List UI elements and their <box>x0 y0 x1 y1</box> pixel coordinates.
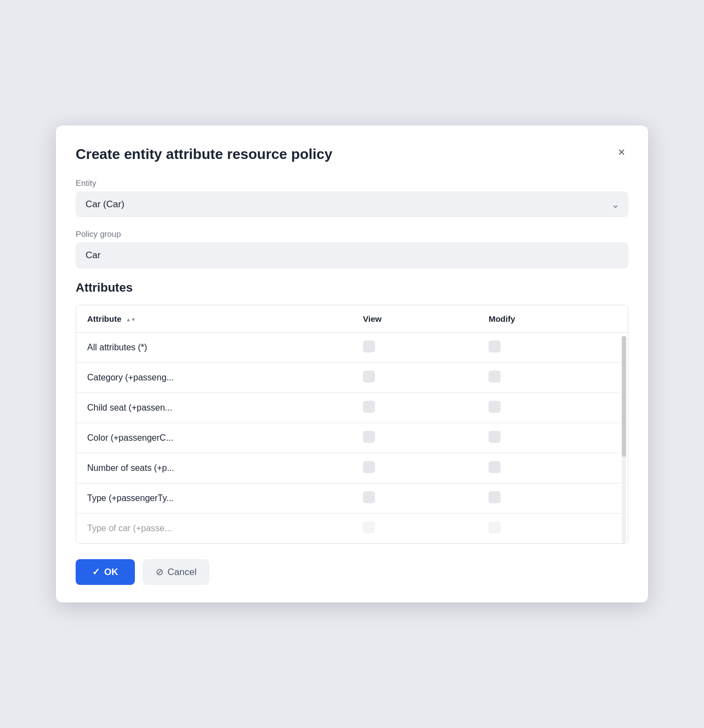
modify-cell <box>478 453 628 484</box>
close-button[interactable]: × <box>615 145 628 160</box>
modal-dialog: Create entity attribute resource policy … <box>56 126 648 603</box>
scrollbar-thumb[interactable] <box>622 336 626 457</box>
view-checkbox[interactable] <box>363 491 375 503</box>
modify-checkbox[interactable] <box>489 521 501 533</box>
modify-checkbox[interactable] <box>489 491 501 503</box>
entity-select[interactable]: Car (Car) <box>76 191 628 217</box>
table-row: Type of car (+passe... <box>76 514 628 544</box>
table-header-row: Attribute ▲▼ View Modify <box>76 305 628 333</box>
modal-footer: ✓ OK ⊘ Cancel <box>76 559 628 585</box>
cancel-icon: ⊘ <box>156 566 163 578</box>
modify-cell <box>478 363 628 393</box>
cancel-label: Cancel <box>168 567 197 578</box>
modify-checkbox[interactable] <box>489 401 501 413</box>
modify-cell <box>478 514 628 544</box>
scrollbar-track <box>622 336 626 543</box>
attributes-section-title: Attributes <box>76 281 628 295</box>
modify-cell <box>478 333 628 363</box>
attribute-cell: Number of seats (+p... <box>76 453 352 484</box>
attribute-cell: Type (+passengerTy... <box>76 484 352 514</box>
modify-cell <box>478 423 628 453</box>
entity-label: Entity <box>76 178 628 187</box>
table-row: Category (+passeng... <box>76 363 628 393</box>
view-checkbox[interactable] <box>363 340 375 352</box>
view-checkbox[interactable] <box>363 371 375 383</box>
attributes-table-container: Attribute ▲▼ View Modify All attributes … <box>76 305 628 544</box>
modify-cell <box>478 393 628 423</box>
view-cell <box>352 333 478 363</box>
modify-checkbox[interactable] <box>489 371 501 383</box>
modal-title: Create entity attribute resource policy <box>76 145 332 163</box>
sort-icon[interactable]: ▲▼ <box>126 317 136 322</box>
cancel-button[interactable]: ⊘ Cancel <box>143 559 210 585</box>
view-checkbox[interactable] <box>363 461 375 473</box>
policy-group-input[interactable] <box>76 242 628 269</box>
modify-checkbox[interactable] <box>489 461 501 473</box>
check-icon: ✓ <box>92 566 100 578</box>
view-cell <box>352 363 478 393</box>
ok-label: OK <box>104 567 118 578</box>
ok-button[interactable]: ✓ OK <box>76 559 135 585</box>
modify-cell <box>478 484 628 514</box>
attributes-table: Attribute ▲▼ View Modify All attributes … <box>76 305 628 543</box>
table-row: Child seat (+passen... <box>76 393 628 423</box>
view-checkbox[interactable] <box>363 521 375 533</box>
attribute-cell: Color (+passengerC... <box>76 423 352 453</box>
view-cell <box>352 423 478 453</box>
column-header-modify: Modify <box>478 305 628 333</box>
entity-select-wrapper: Car (Car) ⌄ <box>76 191 628 217</box>
table-row: Number of seats (+p... <box>76 453 628 484</box>
attributes-section: Attributes Attribute ▲▼ View Modify <box>76 281 628 544</box>
attribute-cell: All attributes (*) <box>76 333 352 363</box>
view-cell <box>352 393 478 423</box>
modal-overlay: Create entity attribute resource policy … <box>0 0 704 728</box>
entity-field-group: Entity Car (Car) ⌄ <box>76 178 628 217</box>
modify-checkbox[interactable] <box>489 431 501 443</box>
view-cell <box>352 453 478 484</box>
attribute-cell: Category (+passeng... <box>76 363 352 393</box>
modify-checkbox[interactable] <box>489 340 501 352</box>
view-cell <box>352 514 478 544</box>
policy-group-field-group: Policy group <box>76 229 628 269</box>
modal-header: Create entity attribute resource policy … <box>76 145 628 163</box>
attribute-cell: Child seat (+passen... <box>76 393 352 423</box>
view-cell <box>352 484 478 514</box>
view-checkbox[interactable] <box>363 401 375 413</box>
column-header-view: View <box>352 305 478 333</box>
table-row: Type (+passengerTy... <box>76 484 628 514</box>
table-row: Color (+passengerC... <box>76 423 628 453</box>
attribute-cell: Type of car (+passe... <box>76 514 352 544</box>
table-row: All attributes (*) <box>76 333 628 363</box>
view-checkbox[interactable] <box>363 431 375 443</box>
column-header-attribute[interactable]: Attribute ▲▼ <box>76 305 352 333</box>
policy-group-label: Policy group <box>76 229 628 238</box>
